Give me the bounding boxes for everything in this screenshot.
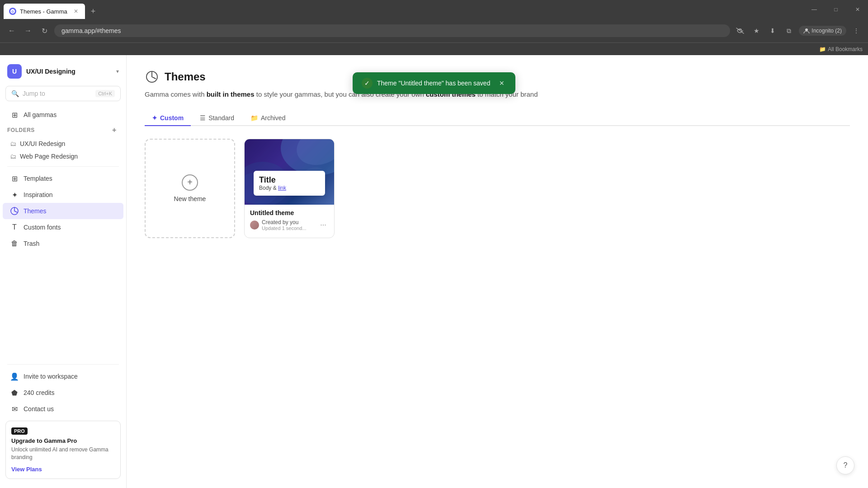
tab-close-button[interactable]: ✕ bbox=[72, 8, 80, 15]
sidebar-item-contact[interactable]: ✉ Contact us bbox=[3, 401, 123, 417]
trash-icon: 🗑 bbox=[10, 239, 19, 248]
view-plans-link[interactable]: View Plans bbox=[11, 466, 42, 473]
sidebar-divider bbox=[7, 166, 119, 167]
workspace-header[interactable]: U UX/UI Designing ▾ bbox=[0, 61, 126, 82]
pro-badge: PRO bbox=[11, 427, 28, 435]
main-content: Themes Gamma comes with built in themes … bbox=[127, 55, 868, 488]
folder-name: Web Page Redesign bbox=[20, 153, 78, 160]
new-theme-label: New theme bbox=[174, 195, 206, 202]
archived-tab-label: Archived bbox=[261, 114, 285, 122]
tabs-row: ✦ Custom ☰ Standard 📁 Archived bbox=[145, 111, 850, 126]
custom-tab-icon: ✦ bbox=[152, 114, 157, 122]
folder-icon: 🗂 bbox=[10, 153, 16, 160]
sidebar-item-all-gammas[interactable]: ⊞ All gammas bbox=[3, 107, 123, 123]
pro-badge-label: PRO bbox=[14, 428, 25, 434]
theme-meta-text: Created by you Updated 1 second... bbox=[262, 219, 315, 231]
upgrade-title: Upgrade to Gamma Pro bbox=[11, 437, 115, 444]
grid-icon: ⊞ bbox=[10, 110, 19, 119]
sidebar-item-credits[interactable]: ⬟ 240 credits bbox=[3, 385, 123, 401]
themes-page-icon bbox=[145, 70, 159, 84]
incognito-button[interactable]: Incognito (2) bbox=[799, 26, 846, 36]
sidebar-item-themes[interactable]: Themes bbox=[3, 203, 123, 219]
archived-tab-icon: 📁 bbox=[250, 114, 258, 122]
svg-point-2 bbox=[805, 28, 808, 31]
url-bar[interactable]: gamma.app/#themes bbox=[54, 24, 730, 37]
back-button[interactable]: ← bbox=[5, 24, 18, 37]
toast-message: Theme "Untitled theme" has been saved bbox=[377, 80, 490, 87]
custom-tab-label: Custom bbox=[160, 114, 184, 122]
custom-fonts-icon: T bbox=[10, 223, 19, 232]
upgrade-description: Unlock unlimited AI and remove Gamma bra… bbox=[11, 446, 115, 461]
theme-preview: Title Body & link bbox=[245, 139, 334, 205]
folder-name: UX/UI Redesign bbox=[20, 140, 65, 147]
search-shortcut: Ctrl+K bbox=[95, 90, 115, 97]
credits-icon: ⬟ bbox=[10, 388, 19, 397]
templates-label: Templates bbox=[24, 175, 52, 182]
maximize-button[interactable]: □ bbox=[826, 2, 846, 17]
upgrade-card: PRO Upgrade to Gamma Pro Unlock unlimite… bbox=[5, 421, 121, 479]
menu-dots-icon[interactable]: ⋮ bbox=[850, 24, 863, 37]
workspace-name: UX/UI Designing bbox=[26, 68, 112, 75]
search-placeholder: Jump to bbox=[23, 90, 45, 97]
all-gammas-label: All gammas bbox=[24, 111, 57, 118]
theme-creator: Created by you bbox=[262, 219, 315, 225]
svg-point-5 bbox=[292, 139, 334, 171]
sidebar-divider-bottom bbox=[7, 364, 119, 365]
folders-label: Folders bbox=[7, 127, 35, 133]
invite-icon: 👤 bbox=[10, 372, 19, 381]
subtitle-bold-1: built in themes bbox=[207, 90, 255, 98]
preview-link: link bbox=[278, 185, 286, 191]
chevron-down-icon: ▾ bbox=[116, 68, 119, 75]
eye-slash-icon bbox=[734, 24, 746, 37]
theme-preview-content: Title Body & link bbox=[254, 171, 325, 196]
star-icon[interactable]: ★ bbox=[750, 24, 763, 37]
theme-more-button[interactable]: ··· bbox=[318, 220, 329, 230]
url-text: gamma.app/#themes bbox=[61, 27, 723, 34]
custom-fonts-label: Custom fonts bbox=[24, 224, 61, 231]
themes-label: Themes bbox=[24, 207, 47, 215]
bookmarks-link[interactable]: 📁 All Bookmarks bbox=[819, 46, 863, 52]
toast-close-button[interactable]: ✕ bbox=[497, 79, 506, 88]
active-tab[interactable]: G Themes - Gamma ✕ bbox=[4, 4, 85, 19]
search-bar[interactable]: 🔍 Jump to Ctrl+K bbox=[5, 86, 121, 101]
subtitle-text-1: Gamma comes with bbox=[145, 90, 207, 98]
split-screen-icon[interactable]: ⧉ bbox=[783, 24, 795, 37]
incognito-label: Incognito (2) bbox=[811, 28, 842, 34]
sidebar-item-templates[interactable]: ⊞ Templates bbox=[3, 170, 123, 187]
add-folder-button[interactable]: + bbox=[110, 126, 119, 135]
folder-item-uxui-redesign[interactable]: 🗂 UX/UI Redesign bbox=[3, 137, 123, 150]
theme-name: Untitled theme bbox=[250, 209, 329, 216]
page-title: Themes bbox=[165, 70, 206, 83]
tab-standard[interactable]: ☰ Standard bbox=[193, 111, 241, 126]
minimize-button[interactable]: — bbox=[804, 2, 825, 17]
tab-title: Themes - Gamma bbox=[20, 8, 69, 15]
sidebar-item-trash[interactable]: 🗑 Trash bbox=[3, 235, 123, 252]
new-theme-card[interactable]: + New theme bbox=[145, 139, 235, 238]
tab-favicon: G bbox=[9, 8, 16, 15]
forward-button[interactable]: → bbox=[22, 24, 34, 37]
reload-button[interactable]: ↻ bbox=[38, 24, 51, 37]
tab-archived[interactable]: 📁 Archived bbox=[243, 111, 292, 126]
theme-meta: Created by you Updated 1 second... ··· bbox=[250, 219, 329, 231]
themes-grid: + New theme Title Body & lin bbox=[145, 139, 850, 238]
new-tab-button[interactable]: + bbox=[87, 5, 99, 18]
theme-creator-avatar bbox=[250, 221, 259, 230]
download-icon[interactable]: ⬇ bbox=[766, 24, 779, 37]
help-button[interactable]: ? bbox=[836, 456, 854, 474]
close-button[interactable]: ✕ bbox=[847, 2, 868, 17]
theme-updated: Updated 1 second... bbox=[262, 225, 315, 231]
sidebar-item-custom-fonts[interactable]: T Custom fonts bbox=[3, 219, 123, 235]
theme-card-untitled[interactable]: Title Body & link Untitled theme Created… bbox=[244, 139, 335, 238]
sidebar-item-invite[interactable]: 👤 Invite to workspace bbox=[3, 368, 123, 385]
folder-icon: 📁 bbox=[819, 46, 826, 52]
toast-check-icon: ✓ bbox=[362, 78, 373, 89]
tab-custom[interactable]: ✦ Custom bbox=[145, 111, 191, 126]
preview-title: Title bbox=[259, 175, 320, 185]
theme-info: Untitled theme Created by you Updated 1 … bbox=[245, 205, 334, 235]
toast-notification: ✓ Theme "Untitled theme" has been saved … bbox=[353, 72, 515, 94]
standard-tab-icon: ☰ bbox=[200, 114, 206, 122]
preview-body: Body & link bbox=[259, 185, 320, 191]
folder-item-web-page-redesign[interactable]: 🗂 Web Page Redesign bbox=[3, 150, 123, 163]
workspace-avatar: U bbox=[7, 64, 22, 79]
sidebar-item-inspiration[interactable]: ✦ Inspiration bbox=[3, 187, 123, 203]
